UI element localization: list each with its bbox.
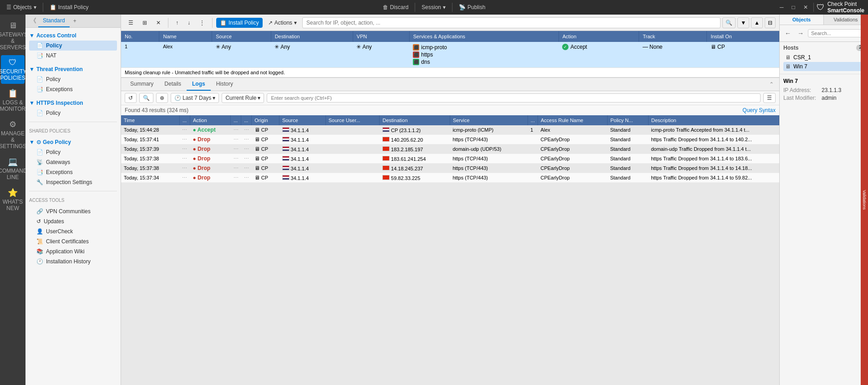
scroll-up-btn[interactable]: ▲: [751, 17, 763, 28]
log-row[interactable]: Today, 15:37:41 ⋯ ● Drop ⋯ ⋯ 🖥 CP 34.1.1…: [121, 135, 779, 144]
sidebar-item-tp-policy[interactable]: 📄 Policy: [29, 74, 117, 84]
policy-search-input[interactable]: [302, 17, 721, 28]
sidebar-item-geo-policy[interactable]: 📄 Policy: [29, 147, 117, 157]
search-icon: 🔍: [726, 20, 732, 26]
log-cell-destination: 183.61.241.254: [380, 154, 450, 164]
rp-forward-btn[interactable]: →: [795, 29, 806, 38]
toolbar-close-btn[interactable]: ✕: [152, 18, 164, 28]
log-search-input[interactable]: [267, 93, 761, 103]
rp-back-btn[interactable]: ←: [782, 29, 793, 38]
validations-badge[interactable]: Validations: [861, 15, 868, 385]
sidebar-item-vpn[interactable]: 🔗 VPN Communities: [29, 206, 117, 216]
sidebar-item-tp-exceptions[interactable]: 📑 Exceptions: [29, 84, 117, 94]
source-flag-icon: [282, 165, 289, 170]
policy-row[interactable]: 1 Alex ✳ Any ✳ Any ✳ Any: [121, 42, 779, 68]
log-cell-dots3: ⋯: [241, 144, 252, 154]
install-policy-button[interactable]: 📋 Install Policy: [47, 3, 91, 11]
sidebar-item-logs[interactable]: 📋 LOGS & MONITOR: [1, 86, 25, 115]
sidebar-item-https-policy[interactable]: 📄 Policy: [29, 108, 117, 118]
collapse-bottom-btn[interactable]: ⌃: [767, 79, 776, 89]
log-cell-time: Today, 15:44:28: [121, 125, 179, 135]
minimize-button[interactable]: ─: [777, 3, 787, 11]
nav-tab-standard[interactable]: Standard: [38, 15, 70, 27]
sidebar-item-install-history[interactable]: 🕐 Installation History: [29, 257, 117, 267]
sidebar-item-updates[interactable]: ↺ Updates: [29, 216, 117, 226]
top-separator-3: [452, 3, 452, 12]
nav-collapse-icon[interactable]: 《: [28, 15, 38, 27]
scroll-down-btn[interactable]: ▼: [737, 17, 749, 28]
col-header-action: Action: [558, 31, 639, 42]
app-name-label: Objects: [13, 4, 32, 10]
log-row[interactable]: Today, 15:37:38 ⋯ ● Drop ⋯ ⋯ 🖥 CP 34.1.1…: [121, 154, 779, 164]
toolbar-up-btn[interactable]: ↑: [172, 18, 182, 28]
threat-prevention-header[interactable]: ▼ Threat Prevention: [29, 64, 117, 74]
host-item-csr1[interactable]: 🖥 CSR_1: [783, 53, 864, 62]
sidebar-item-gateways[interactable]: 📡 Gateways: [29, 157, 117, 167]
session-button[interactable]: Session ▾: [419, 3, 448, 11]
log-find-btn[interactable]: ⊕: [156, 93, 168, 103]
sidebar-item-client-certs[interactable]: 📜 Client Certificates: [29, 236, 117, 246]
nat-icon: 📑: [36, 52, 43, 59]
sidebar-item-policy[interactable]: 📄 Policy: [29, 41, 117, 51]
tab-history[interactable]: History: [211, 78, 239, 91]
log-cell-source: 34.1.1.4: [279, 164, 326, 173]
cell-name: Alex: [159, 42, 212, 68]
log-row[interactable]: Today, 15:37:34 ⋯ ● Drop ⋯ ⋯ 🖥 CP 34.1.1…: [121, 173, 779, 183]
log-cell-source: 34.1.1.4: [279, 173, 326, 183]
log-menu-btn[interactable]: ☰: [763, 93, 776, 103]
host-item-win7[interactable]: 🖥 Win 7: [783, 62, 864, 71]
tab-summary[interactable]: Summary: [125, 78, 159, 91]
sidebar-item-gateways[interactable]: 🖥 GATEWAYS & SERVERS: [1, 18, 25, 53]
publish-button[interactable]: 📡 Publish: [456, 3, 488, 11]
log-row[interactable]: Today, 15:44:28 ⋯ ● Accept ⋯ ⋯ 🖥 CP 34.1…: [121, 125, 779, 135]
rp-search-input[interactable]: [808, 29, 868, 37]
log-time-filter[interactable]: 🕐 Last 7 Days ▾: [171, 93, 219, 103]
sidebar-item-command[interactable]: 💻 COMMAND LINE: [1, 154, 25, 183]
actions-btn[interactable]: ↗ Actions ▾: [264, 18, 300, 28]
geo-header[interactable]: ▼ ⊙ Geo Policy: [29, 137, 117, 147]
install-policy-toolbar-btn[interactable]: 📋 Install Policy: [216, 18, 263, 28]
history-icon: 🕐: [36, 258, 43, 265]
log-col-origin: Origin: [252, 115, 279, 125]
action-icon: ●: [193, 155, 196, 162]
toolbar-more-btn[interactable]: ⋮: [196, 18, 208, 28]
log-row[interactable]: Today, 15:37:39 ⋯ ● Drop ⋯ ⋯ 🖥 CP 34.1.1…: [121, 144, 779, 154]
sidebar-item-geo-exceptions[interactable]: 📑 Exceptions: [29, 167, 117, 177]
toolbar-list-view[interactable]: ☰: [125, 18, 137, 28]
sidebar-item-security[interactable]: 🛡 SECURITY POLICIES: [1, 55, 25, 84]
access-control-header[interactable]: ▼ Access Control: [29, 31, 117, 41]
toolbar-grid-view[interactable]: ⊞: [139, 18, 151, 28]
log-row[interactable]: Today, 15:37:38 ⋯ ● Drop ⋯ ⋯ 🖥 CP 34.1.1…: [121, 164, 779, 173]
app-menu-icon: ☰: [6, 4, 11, 10]
tp-exceptions-icon: 📑: [36, 86, 43, 92]
source-flag-icon: [282, 127, 289, 132]
tab-details[interactable]: Details: [159, 78, 187, 91]
nav-tab-add[interactable]: +: [70, 16, 80, 26]
sidebar-item-inspection[interactable]: 🔧 Inspection Settings: [29, 177, 117, 187]
search-submit-btn[interactable]: 🔍: [722, 17, 736, 28]
sidebar-item-app-wiki[interactable]: 📚 Application Wiki: [29, 246, 117, 257]
origin-icon: 🖥: [254, 136, 260, 143]
publish-icon: 📡: [459, 4, 466, 10]
tab-logs[interactable]: Logs: [187, 78, 211, 91]
filter-btn[interactable]: ⊟: [765, 17, 776, 28]
log-cell-service: https (TCP/443): [450, 154, 528, 164]
log-rule-filter[interactable]: Current Rule ▾: [222, 93, 264, 103]
sidebar-item-nat[interactable]: 📑 NAT: [29, 51, 117, 61]
close-button[interactable]: ✕: [801, 3, 811, 11]
https-header[interactable]: ▼ HTTPS Inspection: [29, 98, 117, 108]
hosts-section-title: Hosts 2: [783, 45, 864, 51]
right-tab-objects[interactable]: Objects: [780, 15, 824, 25]
discard-button[interactable]: 🗑 Discard: [380, 3, 411, 11]
app-menu-button[interactable]: ☰ Objects ▾: [4, 3, 39, 11]
query-syntax-link[interactable]: Query Syntax: [742, 107, 776, 113]
log-table-wrapper[interactable]: Time ... Action ... ... Origin Source So…: [121, 115, 779, 385]
log-cell-dots1: ⋯: [179, 135, 190, 144]
toolbar-down-btn[interactable]: ↓: [184, 18, 194, 28]
log-refresh-btn[interactable]: ↺: [125, 93, 137, 103]
log-search-icon-btn[interactable]: 🔍: [139, 93, 153, 103]
sidebar-item-usercheck[interactable]: 👤 UserCheck: [29, 226, 117, 236]
sidebar-item-whatsnew[interactable]: ⭐ WHAT'S NEW: [1, 185, 25, 214]
sidebar-item-manage[interactable]: ⚙ MANAGE & SETTINGS: [1, 117, 25, 152]
restore-button[interactable]: □: [789, 3, 797, 11]
